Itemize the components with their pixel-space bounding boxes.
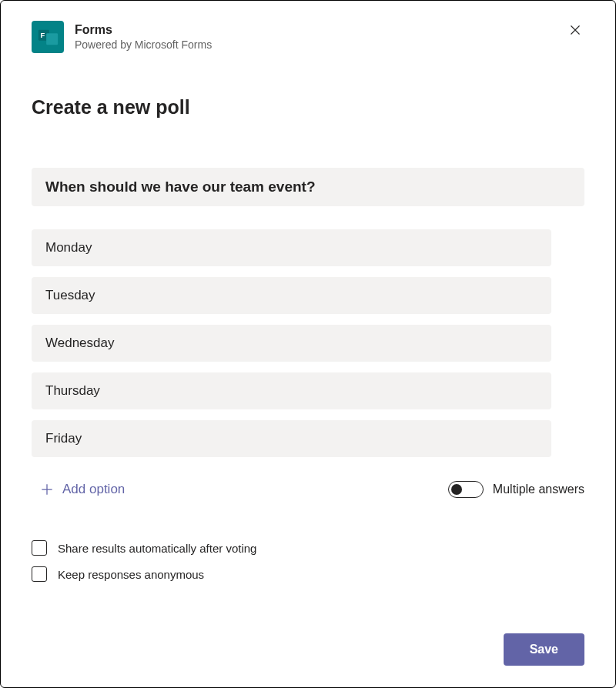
svg-rect-1 (46, 33, 58, 45)
dialog-header: F Forms Powered by Microsoft Forms (32, 21, 584, 53)
multiple-answers-toggle[interactable] (448, 481, 484, 498)
forms-app-icon: F (32, 21, 64, 53)
multiple-answers-control: Multiple answers (448, 481, 584, 498)
toggle-knob-icon (451, 484, 462, 495)
add-option-button[interactable]: Add option (32, 477, 132, 502)
app-subtitle: Powered by Microsoft Forms (75, 38, 212, 52)
anonymous-checkbox[interactable] (32, 566, 47, 582)
close-icon (568, 23, 582, 37)
share-results-label: Share results automatically after voting (58, 542, 256, 555)
page-title: Create a new poll (32, 96, 584, 119)
poll-question-input[interactable] (32, 168, 584, 206)
app-title: Forms (75, 22, 212, 37)
svg-text:F: F (41, 32, 45, 39)
option-input[interactable] (32, 229, 551, 266)
anonymous-row: Keep responses anonymous (32, 566, 584, 582)
add-option-label: Add option (62, 482, 125, 497)
header-text: Forms Powered by Microsoft Forms (75, 22, 212, 51)
option-input[interactable] (32, 372, 551, 409)
share-results-checkbox[interactable] (32, 540, 47, 556)
close-button[interactable] (566, 21, 584, 39)
options-list (32, 229, 551, 457)
save-button[interactable]: Save (504, 633, 584, 666)
option-input[interactable] (32, 325, 551, 362)
option-input[interactable] (32, 420, 551, 457)
share-results-row: Share results automatically after voting (32, 540, 584, 556)
multiple-answers-label: Multiple answers (493, 483, 584, 496)
anonymous-label: Keep responses anonymous (58, 568, 204, 581)
option-input[interactable] (32, 277, 551, 314)
options-actions-row: Add option Multiple answers (32, 477, 584, 502)
plus-icon (39, 482, 55, 497)
